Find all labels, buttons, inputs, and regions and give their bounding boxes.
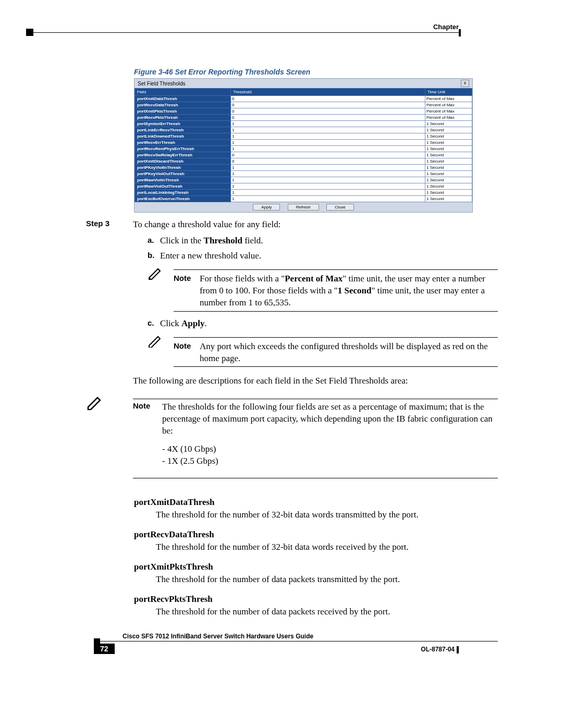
table-row: portRecvRemPhysErrThresh11 Second [135,146,472,152]
field-name: portExcBufOverrunThresh [135,196,231,202]
step-3: Step 3 To change a threshold value for a… [65,219,498,387]
threshold-input[interactable]: 1 [231,140,425,146]
table-row: portXmitDiscardThresh01 Second [135,158,472,165]
field-name: portXmitPktsThresh [135,108,231,115]
substep-a-letter: a. [148,235,160,247]
time-unit: 1 Second [425,171,472,177]
substep-c-text: Click Apply. [160,318,498,330]
field-name: portRecvErrThresh [135,140,231,146]
table-row: portLocalLinkIntegThresh11 Second [135,190,472,196]
substep-b-text: Enter a new threshold value. [160,250,498,262]
table-row: portRecvPktsThresh0Percent of Max [135,115,472,121]
threshold-input[interactable]: 0 [231,115,425,121]
threshold-input[interactable]: 1 [231,190,425,196]
table-row: portXmitDataThresh0Percent of Max [135,96,472,102]
threshold-input[interactable]: 0 [231,102,425,108]
threshold-input[interactable]: 1 [231,133,425,140]
threshold-input[interactable]: 1 [231,165,425,171]
threshold-input[interactable]: 1 [231,146,425,152]
note-label: Note [133,401,162,437]
page-footer: Cisco SFS 7012 InfiniBand Server Switch … [65,633,498,654]
time-unit: 1 Second [425,196,472,202]
threshold-input[interactable]: 1 [231,171,425,177]
field-name: portRecvSwRelayErrThresh [135,152,231,158]
threshold-input[interactable]: 0 [231,152,425,158]
table-row: portRecvSwRelayErrThresh01 Second [135,152,472,158]
field-name: portRecvDataThresh [135,102,231,108]
field-name: portRawViolInThresh [135,177,231,183]
footer-rule [99,641,498,641]
field-def-name: portRecvDataThresh [134,529,498,540]
apply-button[interactable]: Apply [253,204,280,211]
time-unit: 1 Second [425,152,472,158]
field-name: portRecvRemPhysErrThresh [135,146,231,152]
step-text: To change a threshold value for any fiel… [133,219,280,229]
note-redport: Note Any port which exceeds the configur… [148,335,498,369]
time-unit: 1 Second [425,146,472,152]
footer-guide-title: Cisco SFS 7012 InfiniBand Server Switch … [65,633,498,640]
threshold-input[interactable]: 1 [231,183,425,190]
chapter-label: Chapter [433,23,459,31]
field-name: portXmitDataThresh [135,96,231,102]
speed-4x: - 4X (10 Gbps) [162,443,498,455]
thresholds-table: Field Threshold Time Unit portXmitDataTh… [134,88,472,202]
time-unit: Percent of Max [425,115,472,121]
desc-intro: The following are descriptions for each … [133,375,498,387]
thresholds-screenshot: Set Field Thresholds x Field Threshold T… [134,78,473,213]
note-text: Any port which exceeds the configured th… [200,340,498,365]
close-button[interactable]: Close [326,204,353,211]
note-label: Note [174,272,200,309]
close-icon[interactable]: x [461,80,469,87]
doc-number: OL-8787-04 [421,646,459,653]
note-text: The thresholds for the following four fi… [162,401,498,437]
time-unit: 1 Second [425,133,472,140]
table-row: portXmitPktsThresh0Percent of Max [135,108,472,115]
field-name: portLocalLinkIntegThresh [135,190,231,196]
threshold-input[interactable]: 0 [231,96,425,102]
field-def-desc: The threshold for the number of 32-bit d… [156,510,498,520]
table-row: portPKeyViolOutThresh11 Second [135,171,472,177]
time-unit: 1 Second [425,127,472,133]
time-unit: 1 Second [425,177,472,183]
step-label: Step 3 [65,219,133,387]
header-rule [26,32,459,33]
field-name: portPKeyViolInThresh [135,165,231,171]
field-def: portRecvPktsThreshThe threshold for the … [134,594,498,617]
threshold-input[interactable]: 0 [231,158,425,165]
field-name: portRawViolOutThresh [135,183,231,190]
pencil-icon [148,335,174,369]
field-name: portSymbolErrThresh [135,121,231,127]
field-name: portLinkDownedThresh [135,133,231,140]
threshold-input[interactable]: 1 [231,121,425,127]
field-name: portRecvPktsThresh [135,115,231,121]
table-row: portRecvDataThresh0Percent of Max [135,102,472,108]
field-def-desc: The threshold for the number of data pac… [156,607,498,617]
field-def-desc: The threshold for the number of 32-bit d… [156,542,498,552]
substep-c-letter: c. [148,318,160,330]
refresh-button[interactable]: Refresh [288,204,319,211]
note-text: For those fields with a "Percent of Max"… [200,272,498,309]
field-name: portLinkErrRecvThresh [135,127,231,133]
field-name: portPKeyViolOutThresh [135,171,231,177]
speed-1x: - 1X (2.5 Gbps) [162,455,498,467]
col-timeunit: Time Unit [425,89,472,96]
field-def-name: portXmitPktsThresh [134,562,498,572]
col-threshold: Threshold [231,89,425,96]
field-def: portRecvDataThreshThe threshold for the … [134,529,498,552]
threshold-input[interactable]: 0 [231,108,425,115]
table-row: portRawViolInThresh11 Second [135,177,472,183]
threshold-input[interactable]: 1 [231,127,425,133]
table-row: portPKeyViolInThresh11 Second [135,165,472,171]
field-def: portXmitDataThreshThe threshold for the … [134,497,498,520]
time-unit: 1 Second [425,121,472,127]
table-row: portRawViolOutThresh11 Second [135,183,472,190]
substep-b-letter: b. [148,250,160,262]
threshold-input[interactable]: 1 [231,177,425,183]
col-field: Field [135,89,231,96]
field-def-name: portXmitDataThresh [134,497,498,508]
note-percentmax: Note For those fields with a "Percent of… [148,267,498,314]
table-row: portRecvErrThresh11 Second [135,140,472,146]
threshold-input[interactable]: 1 [231,196,425,202]
field-def-desc: The threshold for the number of data pac… [156,574,498,585]
field-def-name: portRecvPktsThresh [134,594,498,604]
